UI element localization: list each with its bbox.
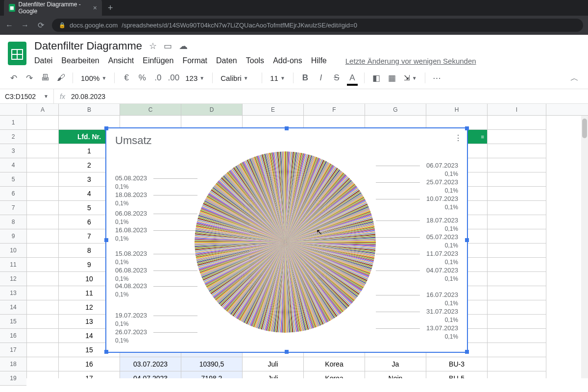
url-input[interactable]: 🔒 docs.google.com/spreadsheets/d/14SWo90… xyxy=(52,19,583,32)
cell[interactable] xyxy=(488,144,546,158)
row-header[interactable]: 6 xyxy=(0,187,26,201)
menu-datei[interactable]: Datei xyxy=(34,56,52,65)
col-header[interactable]: A xyxy=(27,104,59,115)
cell[interactable] xyxy=(488,215,546,229)
close-icon[interactable]: × xyxy=(93,4,97,12)
cell[interactable]: 16 xyxy=(59,357,120,371)
menu-format[interactable]: Format xyxy=(182,56,207,65)
font-size-select[interactable]: 11▼ xyxy=(267,74,288,82)
cell[interactable] xyxy=(488,300,546,315)
collapse-icon[interactable]: ︿ xyxy=(567,71,581,85)
menu-daten[interactable]: Daten xyxy=(216,56,237,65)
col-header[interactable]: D xyxy=(181,104,243,115)
forward-icon[interactable]: → xyxy=(21,21,29,30)
font-select[interactable]: Calibri▼ xyxy=(218,74,257,82)
cell[interactable] xyxy=(488,286,546,300)
menu-bearbeiten[interactable]: Bearbeiten xyxy=(61,56,99,65)
cell[interactable] xyxy=(27,371,59,378)
cell[interactable]: Korea xyxy=(304,371,365,378)
col-header[interactable]: E xyxy=(243,104,304,115)
cell[interactable] xyxy=(27,201,59,215)
cell[interactable]: BU-5 xyxy=(426,371,488,378)
cell[interactable] xyxy=(27,144,59,158)
menu-hilfe[interactable]: Hilfe xyxy=(311,56,327,65)
col-header[interactable]: H xyxy=(426,104,488,115)
cell[interactable] xyxy=(27,187,59,201)
row-header[interactable]: 13 xyxy=(0,286,26,300)
cell[interactable]: Korea xyxy=(304,357,365,371)
resize-handle[interactable] xyxy=(104,350,108,354)
col-header[interactable]: I xyxy=(488,104,546,115)
cell[interactable]: 04.07.2023 xyxy=(120,371,181,378)
cell[interactable]: 10390,5 xyxy=(181,357,243,371)
chart-object[interactable]: Umsatz ⋮ 05.08.20230,1%18.08.20230,1%06.… xyxy=(105,127,468,353)
cell[interactable]: Juli xyxy=(243,357,304,371)
cell[interactable] xyxy=(488,229,546,244)
undo-icon[interactable]: ↶ xyxy=(7,71,21,85)
row-header[interactable]: 5 xyxy=(0,172,26,187)
cell[interactable] xyxy=(488,116,546,130)
cell[interactable] xyxy=(488,357,546,371)
chart-menu-icon[interactable]: ⋮ xyxy=(454,133,462,143)
select-all-corner[interactable] xyxy=(0,104,26,116)
back-icon[interactable]: ← xyxy=(5,21,14,30)
formula-input[interactable]: 20.08.2023 xyxy=(71,93,105,100)
cell[interactable] xyxy=(27,300,59,315)
row-header[interactable]: 14 xyxy=(0,300,26,315)
cell[interactable] xyxy=(488,187,546,201)
row-header[interactable]: 15 xyxy=(0,315,26,329)
row-header[interactable]: 12 xyxy=(0,272,26,286)
browser-tab[interactable]: ▦ Datenfilter Diagramme - Google × xyxy=(4,0,102,18)
col-header[interactable]: F xyxy=(304,104,365,115)
scroll-thumb[interactable] xyxy=(582,119,587,138)
borders-icon[interactable]: ▦ xyxy=(385,71,399,85)
paint-format-icon[interactable]: 🖌 xyxy=(54,71,68,85)
row-header[interactable]: 18 xyxy=(0,357,26,371)
row-header[interactable]: 10 xyxy=(0,244,26,258)
cell[interactable] xyxy=(27,244,59,258)
cell[interactable] xyxy=(488,201,546,215)
percent-icon[interactable]: % xyxy=(135,71,149,85)
cell[interactable] xyxy=(27,258,59,272)
reload-icon[interactable]: ⟳ xyxy=(36,21,45,30)
cell[interactable] xyxy=(27,130,59,144)
cell[interactable] xyxy=(488,272,546,286)
cell[interactable] xyxy=(488,130,546,144)
decrease-decimal-icon[interactable]: .0 xyxy=(151,71,165,85)
doc-title[interactable]: Datenfilter Diagramme xyxy=(34,40,142,52)
text-color-icon[interactable]: A xyxy=(345,71,359,85)
more-icon[interactable]: ⋯ xyxy=(430,71,444,85)
cell[interactable] xyxy=(27,357,59,371)
currency-icon[interactable]: € xyxy=(120,71,133,85)
menu-einfügen[interactable]: Einfügen xyxy=(143,56,173,65)
row-header[interactable]: 16 xyxy=(0,329,26,343)
menu-tools[interactable]: Tools xyxy=(246,56,264,65)
resize-handle[interactable] xyxy=(465,126,469,130)
cell[interactable] xyxy=(27,329,59,343)
cloud-icon[interactable]: ☁ xyxy=(179,41,188,51)
row-header[interactable]: 4 xyxy=(0,158,26,172)
cell[interactable] xyxy=(27,158,59,172)
cell[interactable] xyxy=(488,244,546,258)
col-header[interactable]: G xyxy=(365,104,426,115)
row-header[interactable]: 7 xyxy=(0,201,26,215)
bold-icon[interactable]: B xyxy=(298,71,312,85)
row-header[interactable]: 9 xyxy=(0,229,26,244)
cell[interactable]: Ja xyxy=(365,357,426,371)
col-header[interactable]: B xyxy=(59,104,120,115)
cell[interactable] xyxy=(488,315,546,329)
cell[interactable]: 17 xyxy=(59,371,120,378)
cell[interactable]: 7198,2 xyxy=(181,371,243,378)
cell[interactable]: Nein xyxy=(365,371,426,378)
strike-icon[interactable]: S xyxy=(330,71,343,85)
cell[interactable]: BU-3 xyxy=(426,357,488,371)
resize-handle[interactable] xyxy=(285,126,289,130)
cell[interactable] xyxy=(27,315,59,329)
row-header[interactable]: 11 xyxy=(0,258,26,272)
cell[interactable] xyxy=(27,286,59,300)
cell[interactable] xyxy=(27,116,59,130)
cell[interactable] xyxy=(27,229,59,244)
move-icon[interactable]: ▭ xyxy=(164,41,172,51)
new-tab-icon[interactable]: + xyxy=(108,3,113,13)
zoom-select[interactable]: 100%▼ xyxy=(78,74,109,82)
